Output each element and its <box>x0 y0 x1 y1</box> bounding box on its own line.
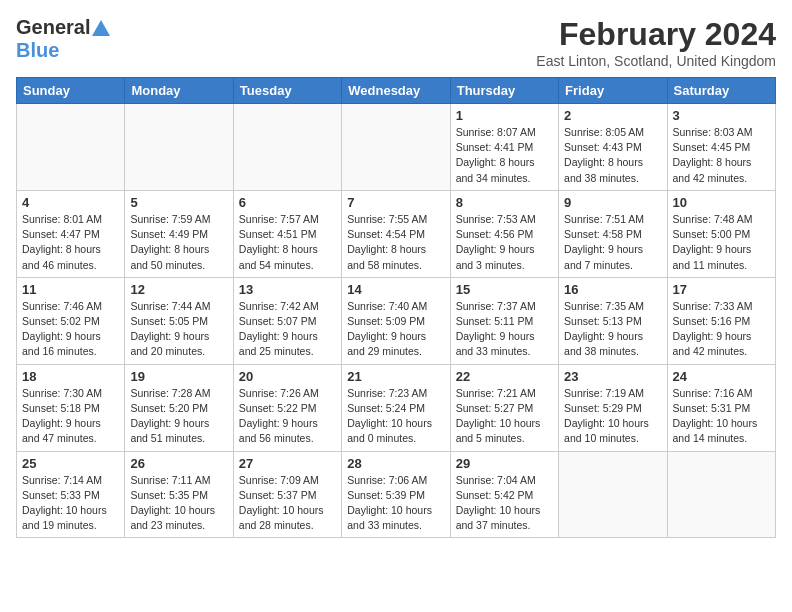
month-title: February 2024 <box>536 16 776 53</box>
day-info: Sunrise: 7:46 AM Sunset: 5:02 PM Dayligh… <box>22 299 119 360</box>
day-number: 19 <box>130 369 227 384</box>
calendar-cell: 18Sunrise: 7:30 AM Sunset: 5:18 PM Dayli… <box>17 364 125 451</box>
day-info: Sunrise: 7:44 AM Sunset: 5:05 PM Dayligh… <box>130 299 227 360</box>
day-number: 2 <box>564 108 661 123</box>
calendar-table: SundayMondayTuesdayWednesdayThursdayFrid… <box>16 77 776 538</box>
day-info: Sunrise: 7:04 AM Sunset: 5:42 PM Dayligh… <box>456 473 553 534</box>
day-info: Sunrise: 7:06 AM Sunset: 5:39 PM Dayligh… <box>347 473 444 534</box>
day-number: 3 <box>673 108 770 123</box>
calendar-cell: 13Sunrise: 7:42 AM Sunset: 5:07 PM Dayli… <box>233 277 341 364</box>
calendar-cell: 9Sunrise: 7:51 AM Sunset: 4:58 PM Daylig… <box>559 190 667 277</box>
day-info: Sunrise: 7:51 AM Sunset: 4:58 PM Dayligh… <box>564 212 661 273</box>
day-number: 6 <box>239 195 336 210</box>
day-info: Sunrise: 7:55 AM Sunset: 4:54 PM Dayligh… <box>347 212 444 273</box>
calendar-cell: 28Sunrise: 7:06 AM Sunset: 5:39 PM Dayli… <box>342 451 450 538</box>
day-number: 10 <box>673 195 770 210</box>
calendar-cell: 4Sunrise: 8:01 AM Sunset: 4:47 PM Daylig… <box>17 190 125 277</box>
calendar-cell: 14Sunrise: 7:40 AM Sunset: 5:09 PM Dayli… <box>342 277 450 364</box>
day-info: Sunrise: 7:59 AM Sunset: 4:49 PM Dayligh… <box>130 212 227 273</box>
day-number: 8 <box>456 195 553 210</box>
day-number: 14 <box>347 282 444 297</box>
calendar-week-row: 25Sunrise: 7:14 AM Sunset: 5:33 PM Dayli… <box>17 451 776 538</box>
calendar-cell: 24Sunrise: 7:16 AM Sunset: 5:31 PM Dayli… <box>667 364 775 451</box>
calendar-header-row: SundayMondayTuesdayWednesdayThursdayFrid… <box>17 78 776 104</box>
calendar-cell <box>342 104 450 191</box>
calendar-header-sunday: Sunday <box>17 78 125 104</box>
day-info: Sunrise: 7:28 AM Sunset: 5:20 PM Dayligh… <box>130 386 227 447</box>
calendar-header-wednesday: Wednesday <box>342 78 450 104</box>
day-number: 23 <box>564 369 661 384</box>
calendar-cell <box>233 104 341 191</box>
day-number: 24 <box>673 369 770 384</box>
day-number: 16 <box>564 282 661 297</box>
header: General Blue February 2024 East Linton, … <box>16 16 776 69</box>
calendar-cell: 12Sunrise: 7:44 AM Sunset: 5:05 PM Dayli… <box>125 277 233 364</box>
day-number: 29 <box>456 456 553 471</box>
day-number: 12 <box>130 282 227 297</box>
calendar-header-monday: Monday <box>125 78 233 104</box>
day-number: 26 <box>130 456 227 471</box>
logo-general-text: General <box>16 16 90 39</box>
day-number: 1 <box>456 108 553 123</box>
day-number: 18 <box>22 369 119 384</box>
calendar-header-saturday: Saturday <box>667 78 775 104</box>
day-number: 20 <box>239 369 336 384</box>
calendar-cell: 6Sunrise: 7:57 AM Sunset: 4:51 PM Daylig… <box>233 190 341 277</box>
calendar-cell: 25Sunrise: 7:14 AM Sunset: 5:33 PM Dayli… <box>17 451 125 538</box>
day-info: Sunrise: 7:57 AM Sunset: 4:51 PM Dayligh… <box>239 212 336 273</box>
day-info: Sunrise: 7:42 AM Sunset: 5:07 PM Dayligh… <box>239 299 336 360</box>
day-number: 22 <box>456 369 553 384</box>
calendar-cell: 11Sunrise: 7:46 AM Sunset: 5:02 PM Dayli… <box>17 277 125 364</box>
day-info: Sunrise: 7:30 AM Sunset: 5:18 PM Dayligh… <box>22 386 119 447</box>
logo: General Blue <box>16 16 110 62</box>
calendar-cell: 27Sunrise: 7:09 AM Sunset: 5:37 PM Dayli… <box>233 451 341 538</box>
day-info: Sunrise: 7:16 AM Sunset: 5:31 PM Dayligh… <box>673 386 770 447</box>
calendar-cell: 10Sunrise: 7:48 AM Sunset: 5:00 PM Dayli… <box>667 190 775 277</box>
logo-triangle-icon <box>92 20 110 36</box>
day-number: 4 <box>22 195 119 210</box>
day-number: 17 <box>673 282 770 297</box>
calendar-week-row: 1Sunrise: 8:07 AM Sunset: 4:41 PM Daylig… <box>17 104 776 191</box>
day-number: 13 <box>239 282 336 297</box>
day-info: Sunrise: 7:19 AM Sunset: 5:29 PM Dayligh… <box>564 386 661 447</box>
day-info: Sunrise: 7:09 AM Sunset: 5:37 PM Dayligh… <box>239 473 336 534</box>
calendar-cell <box>17 104 125 191</box>
day-info: Sunrise: 7:23 AM Sunset: 5:24 PM Dayligh… <box>347 386 444 447</box>
day-number: 15 <box>456 282 553 297</box>
calendar-cell: 29Sunrise: 7:04 AM Sunset: 5:42 PM Dayli… <box>450 451 558 538</box>
day-info: Sunrise: 7:40 AM Sunset: 5:09 PM Dayligh… <box>347 299 444 360</box>
calendar-cell: 1Sunrise: 8:07 AM Sunset: 4:41 PM Daylig… <box>450 104 558 191</box>
calendar-week-row: 4Sunrise: 8:01 AM Sunset: 4:47 PM Daylig… <box>17 190 776 277</box>
location-subtitle: East Linton, Scotland, United Kingdom <box>536 53 776 69</box>
day-number: 7 <box>347 195 444 210</box>
calendar-cell: 3Sunrise: 8:03 AM Sunset: 4:45 PM Daylig… <box>667 104 775 191</box>
calendar-header-thursday: Thursday <box>450 78 558 104</box>
calendar-header-friday: Friday <box>559 78 667 104</box>
calendar-week-row: 18Sunrise: 7:30 AM Sunset: 5:18 PM Dayli… <box>17 364 776 451</box>
calendar-cell: 7Sunrise: 7:55 AM Sunset: 4:54 PM Daylig… <box>342 190 450 277</box>
calendar-cell: 2Sunrise: 8:05 AM Sunset: 4:43 PM Daylig… <box>559 104 667 191</box>
calendar-cell: 26Sunrise: 7:11 AM Sunset: 5:35 PM Dayli… <box>125 451 233 538</box>
day-number: 27 <box>239 456 336 471</box>
calendar-cell <box>125 104 233 191</box>
calendar-cell <box>667 451 775 538</box>
calendar-cell: 5Sunrise: 7:59 AM Sunset: 4:49 PM Daylig… <box>125 190 233 277</box>
logo-blue-text: Blue <box>16 39 59 62</box>
day-number: 28 <box>347 456 444 471</box>
calendar-week-row: 11Sunrise: 7:46 AM Sunset: 5:02 PM Dayli… <box>17 277 776 364</box>
day-number: 11 <box>22 282 119 297</box>
calendar-cell: 23Sunrise: 7:19 AM Sunset: 5:29 PM Dayli… <box>559 364 667 451</box>
day-number: 5 <box>130 195 227 210</box>
calendar-cell: 17Sunrise: 7:33 AM Sunset: 5:16 PM Dayli… <box>667 277 775 364</box>
day-info: Sunrise: 8:01 AM Sunset: 4:47 PM Dayligh… <box>22 212 119 273</box>
day-number: 25 <box>22 456 119 471</box>
day-info: Sunrise: 7:48 AM Sunset: 5:00 PM Dayligh… <box>673 212 770 273</box>
day-info: Sunrise: 8:03 AM Sunset: 4:45 PM Dayligh… <box>673 125 770 186</box>
calendar-cell: 21Sunrise: 7:23 AM Sunset: 5:24 PM Dayli… <box>342 364 450 451</box>
calendar-cell <box>559 451 667 538</box>
title-area: February 2024 East Linton, Scotland, Uni… <box>536 16 776 69</box>
day-info: Sunrise: 7:26 AM Sunset: 5:22 PM Dayligh… <box>239 386 336 447</box>
calendar-cell: 8Sunrise: 7:53 AM Sunset: 4:56 PM Daylig… <box>450 190 558 277</box>
day-info: Sunrise: 7:11 AM Sunset: 5:35 PM Dayligh… <box>130 473 227 534</box>
day-info: Sunrise: 7:35 AM Sunset: 5:13 PM Dayligh… <box>564 299 661 360</box>
